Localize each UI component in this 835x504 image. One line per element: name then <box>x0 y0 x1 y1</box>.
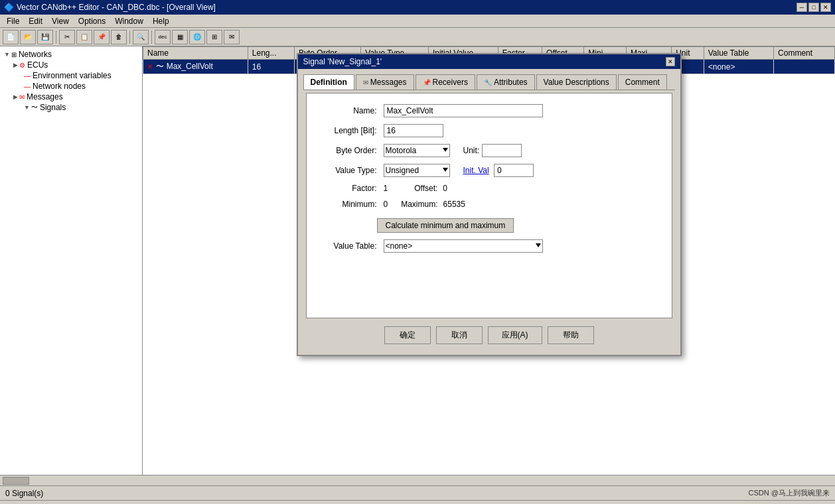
unit-input[interactable] <box>482 144 522 157</box>
toolbar-dec[interactable]: dec <box>155 30 171 44</box>
dialog: Signal 'New_Signal_1' ✕ Definition ✉ Mes… <box>297 53 682 356</box>
name-input[interactable] <box>384 104 543 117</box>
init-val-link[interactable]: Init. Val <box>463 166 489 175</box>
sidebar-item-messages[interactable]: ▶ ✉ Messages <box>3 92 139 102</box>
toolbar-find[interactable]: 🔍 <box>133 30 149 44</box>
name-label: Name: <box>317 106 377 115</box>
menu-options[interactable]: Options <box>74 15 110 27</box>
msg-icon: ✉ <box>19 94 25 101</box>
minimum-label: Minimum: <box>317 200 377 209</box>
toolbar-grid[interactable]: ▦ <box>172 30 188 44</box>
tab-attributes[interactable]: 🔧 Attributes <box>477 74 535 90</box>
dialog-body: Definition ✉ Messages 📌 Receivers 🔧 <box>298 69 680 355</box>
title-bar-left: 🔷 Vector CANdb++ Editor - CAN_DBC.dbc - … <box>4 3 216 12</box>
form-row-minmax: Minimum: 0 Maximum: 65535 <box>317 200 661 209</box>
valuetable-select[interactable]: <none> <box>384 239 543 253</box>
sidebar-item-network-nodes[interactable]: — Network nodes <box>3 81 139 92</box>
form-row-calc: Calculate minimum and maximum <box>317 216 661 233</box>
menu-bar: File Edit View Options Window Help <box>0 15 835 28</box>
modal-overlay: Signal 'New_Signal_1' ✕ Definition ✉ Mes… <box>143 46 835 475</box>
toolbar-open[interactable]: 📂 <box>20 30 36 44</box>
sidebar-item-env-vars[interactable]: — Environment variables <box>3 70 139 81</box>
offset-label: Offset: <box>414 184 437 193</box>
maximum-value: 65535 <box>443 200 465 209</box>
toolbar-message[interactable]: ✉ <box>224 30 240 44</box>
apply-button[interactable]: 应用(A) <box>488 326 542 344</box>
tab-definition-label: Definition <box>311 78 347 87</box>
length-input[interactable] <box>384 124 443 137</box>
expand-icon: ▼ <box>4 51 10 58</box>
toolbar-sep-2 <box>129 31 130 44</box>
dialog-close-button[interactable]: ✕ <box>666 57 675 66</box>
byteorder-label: Byte Order: <box>317 146 377 155</box>
title-bar-text: Vector CANdb++ Editor - CAN_DBC.dbc - [O… <box>17 3 216 12</box>
help-button[interactable]: 帮助 <box>548 326 594 344</box>
scrollbar-horizontal[interactable] <box>0 475 835 485</box>
sidebar-item-signals[interactable]: ▼ 〜 Signals <box>3 102 139 113</box>
ecus-expand-icon: ▶ <box>13 62 18 68</box>
length-label: Length [Bit]: <box>317 126 377 135</box>
tab-receivers[interactable]: 📌 Receivers <box>416 74 475 90</box>
signals-label: Signals <box>40 103 66 112</box>
menu-file[interactable]: File <box>3 15 23 27</box>
ok-button[interactable]: 确定 <box>384 326 431 344</box>
tab-bar: Definition ✉ Messages 📌 Receivers 🔧 <box>303 74 675 90</box>
toolbar-save[interactable]: 💾 <box>37 30 53 44</box>
menu-view[interactable]: View <box>48 15 73 27</box>
valuetable-label: Value Table: <box>317 241 377 251</box>
node-icon: — <box>24 83 31 90</box>
dialog-footer: 确定 取消 应用(A) 帮助 <box>303 321 675 349</box>
factor-value: 1 <box>384 184 388 193</box>
tab-messages[interactable]: ✉ Messages <box>356 74 414 90</box>
toolbar-cut[interactable]: ✂ <box>59 30 75 44</box>
factor-label: Factor: <box>317 184 377 193</box>
tab-comment[interactable]: Comment <box>618 74 667 90</box>
form-row-name: Name: <box>317 104 661 117</box>
tab-attributes-label: Attributes <box>494 78 528 87</box>
title-bar: 🔷 Vector CANdb++ Editor - CAN_DBC.dbc - … <box>0 0 835 15</box>
form-row-byteorder: Byte Order: Motorola Intel Unit: <box>317 144 661 157</box>
maximum-label: Maximum: <box>401 200 437 209</box>
sidebar-item-ecus[interactable]: ▶ ⚙ ECUs <box>3 60 139 70</box>
valuetype-select[interactable]: Unsigned Signed Float Double <box>384 164 450 177</box>
form-row-valuetable: Value Table: <none> <box>317 239 661 253</box>
tab-comment-label: Comment <box>625 78 660 87</box>
offset-value: 0 <box>443 184 447 193</box>
menu-window[interactable]: Window <box>111 15 147 27</box>
close-button[interactable]: ✕ <box>820 3 831 12</box>
main-container: ▼ ⊞ Networks ▶ ⚙ ECUs — Environment vari… <box>0 46 835 475</box>
msg-expand-icon: ▶ <box>13 94 18 100</box>
calculate-button[interactable]: Calculate minimum and maximum <box>377 218 514 233</box>
byteorder-select[interactable]: Motorola Intel <box>384 144 450 157</box>
signals-expand-icon: ▼ <box>24 104 30 111</box>
env-label: Environment variables <box>33 71 112 80</box>
toolbar-paste[interactable]: 📌 <box>94 30 110 44</box>
networks-icon: ⊞ <box>11 51 17 58</box>
signals-icon: 〜 <box>31 103 38 112</box>
tab-value-descriptions[interactable]: Value Descriptions <box>536 74 617 90</box>
menu-edit[interactable]: Edit <box>25 15 46 27</box>
sidebar-item-networks[interactable]: ▼ ⊞ Networks <box>3 49 139 60</box>
dialog-title-bar: Signal 'New_Signal_1' ✕ <box>298 54 680 69</box>
cancel-button[interactable]: 取消 <box>436 326 483 344</box>
toolbar-delete[interactable]: 🗑 <box>111 30 127 44</box>
toolbar-node[interactable]: ⊞ <box>206 30 222 44</box>
toolbar-network[interactable]: 🌐 <box>189 30 205 44</box>
tab-definition[interactable]: Definition <box>303 74 354 90</box>
minimize-button[interactable]: ─ <box>797 3 807 12</box>
tab-messages-label: Messages <box>370 78 407 87</box>
app-icon: 🔷 <box>4 3 14 12</box>
ecus-label: ECUs <box>27 60 48 70</box>
maximize-button[interactable]: □ <box>808 3 819 12</box>
ready-bar: Ready <box>0 500 835 504</box>
toolbar-sep-3 <box>151 31 152 44</box>
menu-help[interactable]: Help <box>149 15 173 27</box>
signal-count: 0 Signal(s) <box>5 489 43 498</box>
scrollbar-thumb[interactable] <box>3 477 29 485</box>
toolbar-copy[interactable]: 📋 <box>76 30 92 44</box>
watermark: CSDN @马上到我碗里来 <box>749 488 830 498</box>
init-val-input[interactable] <box>494 164 534 177</box>
toolbar-new[interactable]: 📄 <box>3 30 19 44</box>
unit-label: Unit: <box>463 146 480 155</box>
sidebar: ▼ ⊞ Networks ▶ ⚙ ECUs — Environment vari… <box>0 46 143 475</box>
